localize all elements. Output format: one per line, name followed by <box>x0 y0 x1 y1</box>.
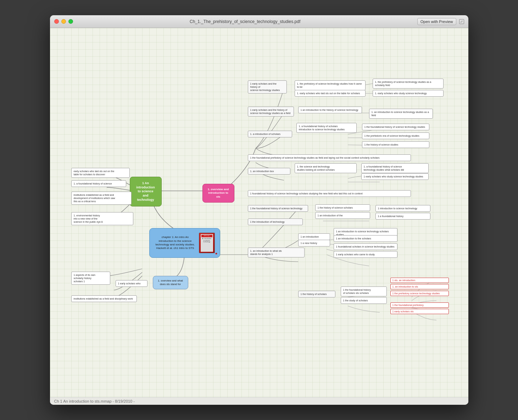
main-window: Ch_1._The_prehistory_of_science_technolo… <box>50 15 468 405</box>
left-node-2[interactable]: 1. a foundational history of science <box>71 180 126 187</box>
bottom-right-label: 1. an introduction to what stsstands for… <box>248 248 305 257</box>
right-m2-node-far-2[interactable]: 1 early scholars who study science techn… <box>361 173 429 180</box>
red-node-4[interactable]: 1 the foundational prehistory <box>390 302 449 308</box>
right-m2-node-far-1[interactable]: 1. a foundational history of sciencetech… <box>361 163 429 173</box>
open-preview-button[interactable]: Open with Preview <box>417 18 456 25</box>
mindmap-canvas: 1 An introduction to science and technol… <box>50 28 468 397</box>
right-lower-far-1[interactable]: 1 the history of science scholars <box>315 204 370 211</box>
blue-small-node[interactable]: 1. overview and what does sts stand for <box>153 276 188 289</box>
maximize-button[interactable] <box>68 19 73 24</box>
bottom-far-node-2[interactable]: 1 the study of scholars <box>341 297 387 304</box>
bottom-right-node-1[interactable]: 1 an introduction <box>298 233 330 240</box>
pink-node[interactable]: 1. overview and introduction to sts <box>202 184 234 203</box>
right-long-node-1[interactable]: 1 the foundational prehistory of science… <box>248 154 411 161</box>
right-branch-node-1[interactable]: 1. a foundational history of scholarsint… <box>296 123 357 133</box>
bottom-left-node-1[interactable]: 1 aspects of its ownscholarly historysch… <box>71 272 110 285</box>
right-lower-far-4[interactable]: 1 a foundational history <box>375 213 430 220</box>
right-long-2[interactable]: 1 foundational history of science techno… <box>248 190 411 197</box>
window-title: Ch_1._The_prehistory_of_science_technolo… <box>73 19 417 24</box>
titlebar: Ch_1._The_prehistory_of_science_technolo… <box>50 15 468 28</box>
left-node-1[interactable]: early scholars who laid sts out on theta… <box>71 168 130 178</box>
bottom-far-node-1[interactable]: 1 the foundational historyof scholars st… <box>341 286 387 296</box>
right-lower-far-3[interactable]: 1 introduction to science technology <box>375 205 430 212</box>
right-far-node-1[interactable]: 1. the prehistory of science technology … <box>373 79 444 89</box>
right-lower-label-2: 1 the introduction of technology <box>248 218 303 225</box>
titlebar-right: Open with Preview ⤢ <box>417 18 464 25</box>
right-branch-node-far-1[interactable]: 1 the foundational history of science te… <box>362 124 429 130</box>
right-branch-node-far-2[interactable]: 1 the prehistoric era of science technol… <box>362 132 429 139</box>
right-far-node-2[interactable]: 1. early scholars who study science tech… <box>373 90 444 97</box>
central-node[interactable]: 1 An introduction to science and technol… <box>130 177 162 206</box>
right-m2-node-1[interactable]: 1. the science and technologystudies loo… <box>295 163 357 173</box>
right-top-node-2[interactable]: 1. early scholars who laid sts out on th… <box>295 90 366 97</box>
bottom-right-far-3[interactable]: 1 foundational scholars in science techn… <box>334 243 397 250</box>
close-button[interactable] <box>54 19 59 24</box>
window-controls <box>54 19 73 24</box>
bottom-right-node-2[interactable]: 1 a new history <box>298 240 330 246</box>
right-lower-far-2[interactable]: 1 an introduction of the <box>315 212 370 219</box>
right-mid-node-far[interactable]: 1. an introduction to science technology… <box>369 109 433 119</box>
right-connector-label: 1 early scholars and the history ofscien… <box>248 80 287 93</box>
right-top-node-1[interactable]: 1. the prehistory of science technology … <box>295 80 366 90</box>
red-node-2[interactable]: 1. an introduction to sts <box>390 284 449 289</box>
expand-icon[interactable]: ⤢ <box>459 19 464 24</box>
red-node-1[interactable]: 1 sts. an introduction <box>390 278 449 283</box>
red-node-3[interactable]: 1 the prehistory science technology stud… <box>390 291 449 296</box>
statusbar: Ch 1 An introduction to sts.mmap - 8/19/… <box>50 397 468 405</box>
right-branch-node-far-3[interactable]: 1 the history of science studies <box>362 141 429 148</box>
right-m2-label: 1. an introduction box <box>248 168 290 175</box>
minimize-button[interactable] <box>61 19 66 24</box>
right-mid-node-1[interactable]: 1 an introduction to the history of scie… <box>298 107 362 113</box>
blue-main-node[interactable]: chapter 1: An intro An introduction to t… <box>149 228 220 258</box>
left-node-3[interactable]: institutions established as a field andd… <box>71 192 132 205</box>
left-node-4[interactable]: 1. environmental historyinto a new view … <box>71 212 133 225</box>
right-lower-label-1: 1 the foundational history of science te… <box>248 205 308 212</box>
bottom-right-far-2[interactable]: 1 an introduction to the scholars <box>334 235 397 242</box>
bottom-left-node-3[interactable]: institutions established as a field and … <box>71 295 137 302</box>
bottom-left-node-2[interactable]: 1 early scholars who <box>116 280 147 287</box>
bottom-far-label: 1 the history of scholars <box>298 291 335 297</box>
bottom-right-far-4[interactable]: 1 early scholars who came to study <box>334 251 397 258</box>
right-mid-connector: 1 early scholars and the history ofscien… <box>248 107 294 117</box>
red-node-5[interactable]: 1 early scholars sts <box>390 309 449 314</box>
right-branch-label: 1. a introduction of scholars <box>248 131 292 137</box>
